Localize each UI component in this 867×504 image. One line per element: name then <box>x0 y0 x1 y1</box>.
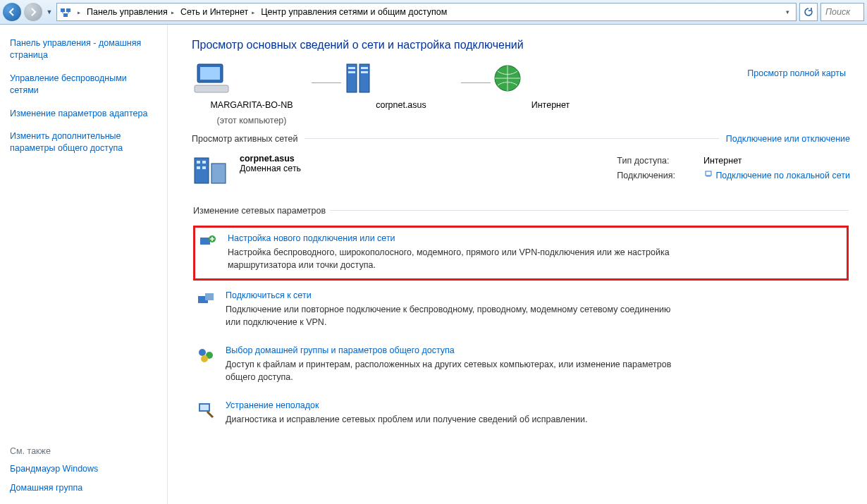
svg-rect-28 <box>200 405 209 410</box>
refresh-icon <box>804 7 813 17</box>
change-settings-label: Изменение сетевых параметров <box>193 206 330 216</box>
map-link <box>312 82 341 84</box>
globe-icon <box>491 61 524 95</box>
forward-button[interactable] <box>24 3 42 21</box>
task-link[interactable]: Устранение неполадок <box>226 400 587 410</box>
network-center-icon <box>60 6 71 18</box>
network-map: MARGARITA-BO-NB (этот компьютер) corpnet… <box>192 61 850 130</box>
map-node-this-pc[interactable]: MARGARITA-BO-NB (этот компьютер) <box>192 61 312 127</box>
active-networks-header: Просмотр активных сетей Подключение или … <box>192 134 850 144</box>
connections-label: Подключения: <box>617 168 675 183</box>
server-tower-icon <box>341 61 375 95</box>
task-link[interactable]: Подключиться к сети <box>226 290 677 300</box>
connect-disconnect-link[interactable]: Подключение или отключение <box>726 134 850 144</box>
task-connect[interactable]: Подключиться к сети Подключение или повт… <box>193 283 849 336</box>
new-connection-icon <box>198 233 218 253</box>
svg-rect-10 <box>348 71 355 73</box>
ethernet-icon <box>703 168 713 183</box>
sidebar-item-home[interactable]: Панель управления - домашняя страница <box>10 37 157 61</box>
svg-point-26 <box>201 355 208 362</box>
sidebar-item-wireless[interactable]: Управление беспроводными сетями <box>10 73 157 97</box>
sidebar-seealso-homegroup[interactable]: Домашняя группа <box>10 482 157 494</box>
network-kind: Доменная сеть <box>240 164 301 173</box>
svg-rect-17 <box>197 166 200 169</box>
lan-connection-link[interactable]: Подключение по локальной сети <box>715 171 850 180</box>
map-link <box>461 82 491 84</box>
refresh-button[interactable] <box>799 3 818 21</box>
task-desc: Доступ к файлам и принтерам, расположенн… <box>226 358 677 383</box>
svg-point-24 <box>199 349 206 356</box>
svg-rect-5 <box>195 85 228 92</box>
back-icon <box>8 8 16 16</box>
nav-history-dropdown[interactable]: ▼ <box>45 3 54 21</box>
back-button[interactable] <box>3 3 21 21</box>
svg-rect-4 <box>200 67 220 80</box>
computer-icon <box>192 61 231 95</box>
svg-rect-15 <box>197 161 200 164</box>
task-desc: Диагностика и исправление сетевых пробле… <box>226 413 587 426</box>
map-node-domain[interactable]: corpnet.asus <box>341 61 461 111</box>
svg-rect-23 <box>205 293 214 300</box>
task-link[interactable]: Настройка нового подключения или сети <box>228 233 679 243</box>
address-dropdown[interactable]: ▾ <box>782 8 793 16</box>
task-desc: Подключение или повторное подключение к … <box>226 303 677 328</box>
sidebar-item-adapter[interactable]: Изменение параметров адаптера <box>10 108 157 120</box>
troubleshoot-icon <box>196 400 216 420</box>
main-panel: Просмотр основных сведений о сети и наст… <box>168 25 867 504</box>
svg-rect-16 <box>202 161 206 164</box>
access-type-value: Интернет <box>703 154 850 168</box>
address-bar: ▼ ▸ Панель управления▸ Сеть и Интернет▸ … <box>0 0 867 25</box>
homegroup-icon <box>196 345 216 365</box>
svg-rect-2 <box>63 13 68 17</box>
search-input[interactable]: Поиск <box>820 3 864 21</box>
svg-rect-18 <box>202 166 206 169</box>
svg-rect-14 <box>211 164 226 183</box>
page-title: Просмотр основных сведений о сети и наст… <box>192 39 850 51</box>
change-settings-section: Изменение сетевых параметров Настройка н… <box>193 206 849 436</box>
task-troubleshoot[interactable]: Устранение неполадок Диагностика и испра… <box>193 393 849 433</box>
svg-rect-0 <box>61 8 65 12</box>
svg-rect-20 <box>200 238 210 245</box>
breadcrumb-item[interactable]: Панель управления▸ <box>87 7 178 17</box>
task-homegroup[interactable]: Выбор домашней группы и параметров общег… <box>193 338 849 391</box>
breadcrumb-item[interactable]: Центр управления сетями и общим доступом <box>261 7 447 17</box>
task-new-connection[interactable]: Настройка нового подключения или сети На… <box>193 226 849 281</box>
view-full-map-link[interactable]: Просмотр полной карты <box>747 68 846 78</box>
see-also-label: См. также <box>10 446 157 456</box>
forward-icon <box>29 8 37 16</box>
sidebar-seealso-firewall[interactable]: Брандмауэр Windows <box>10 463 157 475</box>
svg-rect-8 <box>348 67 355 69</box>
address-field[interactable]: ▸ Панель управления▸ Сеть и Интернет▸ Це… <box>56 3 797 21</box>
domain-network-icon <box>192 154 230 188</box>
search-placeholder: Поиск <box>825 7 850 17</box>
task-link[interactable]: Выбор домашней группы и параметров общег… <box>226 345 677 355</box>
svg-rect-9 <box>361 67 368 69</box>
map-node-internet[interactable]: Интернет <box>491 61 610 111</box>
active-network-row: corpnet.asus Доменная сеть Тип доступа: … <box>192 154 850 188</box>
sidebar-item-sharing[interactable]: Изменить дополнительные параметры общего… <box>10 130 157 154</box>
task-desc: Настройка беспроводного, широкополосного… <box>228 246 679 271</box>
svg-rect-11 <box>361 71 368 73</box>
sidebar: Панель управления - домашняя страница Уп… <box>0 25 168 504</box>
breadcrumb-item[interactable]: Сеть и Интернет▸ <box>180 7 258 17</box>
access-type-label: Тип доступа: <box>617 154 675 168</box>
connect-network-icon <box>196 290 216 310</box>
svg-rect-1 <box>66 8 70 12</box>
network-name[interactable]: corpnet.asus <box>240 154 301 164</box>
svg-rect-19 <box>706 171 711 176</box>
